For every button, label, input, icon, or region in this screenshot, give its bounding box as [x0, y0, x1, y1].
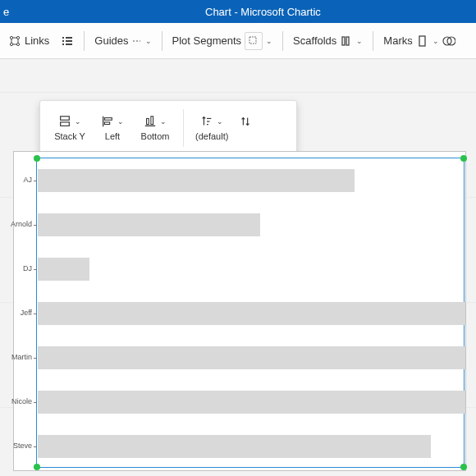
toolbar-sep-3	[282, 31, 283, 51]
bg-grid-line	[0, 92, 476, 93]
marks-extra-icon[interactable]	[442, 34, 455, 48]
scaffolds-dropdown[interactable]: ⌄	[356, 37, 363, 45]
panel-swap[interactable]	[233, 115, 258, 141]
axis-tick	[34, 314, 37, 314]
panel-sep	[183, 109, 184, 147]
panel-label-default: (default)	[195, 131, 228, 141]
sort-icon	[200, 115, 213, 128]
stack-y-icon	[58, 115, 71, 128]
bar-row: Arnold	[37, 213, 464, 236]
bar-label: AJ	[0, 176, 32, 184]
panel-label-stack-y: Stack Y	[54, 131, 85, 141]
plot-segment-panel[interactable]: ⌄ Stack Y ⌄ Left ⌄ Bottom	[39, 100, 297, 154]
toolbar-item-marks[interactable]: Marks ⌄	[380, 34, 458, 48]
toolbar-item-plot-segments[interactable]: Plot Segments ⌄	[169, 32, 277, 50]
bar-label: DJ	[0, 264, 32, 272]
toolbar-label-plot-segments: Plot Segments	[172, 34, 242, 47]
svg-rect-23	[151, 117, 153, 125]
toolbar-item-guides[interactable]: Guides ⌄	[91, 34, 154, 47]
toolbar-sep-4	[373, 31, 373, 51]
bar-label: Steve	[0, 442, 32, 450]
toolbar-label-links: Links	[25, 34, 49, 47]
bar[interactable]	[38, 391, 465, 414]
axis-tick	[34, 446, 37, 447]
svg-rect-17	[61, 122, 70, 126]
chevron-down-icon: ⌄	[75, 117, 81, 126]
list-icon	[61, 34, 74, 48]
plot-segments-dropdown[interactable]	[245, 32, 263, 50]
svg-rect-7	[66, 40, 72, 42]
svg-rect-12	[346, 37, 349, 45]
svg-rect-22	[147, 118, 149, 124]
svg-rect-10	[249, 37, 256, 43]
bar[interactable]	[38, 258, 89, 281]
svg-point-2	[10, 43, 12, 45]
bar[interactable]	[38, 346, 465, 369]
axis-tick	[34, 269, 37, 270]
chevron-down-icon[interactable]: ⌄	[266, 37, 272, 45]
toolbar-item-links[interactable]: Links	[5, 34, 53, 48]
toolbar-label-guides: Guides	[94, 34, 128, 47]
panel-stack-y[interactable]: ⌄ Stack Y	[48, 115, 91, 141]
bar-row: Steve	[37, 435, 464, 458]
bar-label: Martin	[0, 353, 32, 361]
title-bar: e Chart - Microsoft Chartic	[0, 0, 476, 23]
panel-left[interactable]: ⌄ Left	[91, 115, 134, 141]
svg-rect-11	[342, 37, 345, 45]
toolbar-item-scaffolds[interactable]: Scaffolds ⌄	[290, 34, 366, 48]
bar-row: Martin	[37, 346, 464, 369]
bar[interactable]	[38, 213, 260, 236]
app-title: Chart - Microsoft Chartic	[205, 6, 321, 18]
bar-label: Nicole	[0, 397, 32, 405]
panel-label-empty	[245, 131, 247, 141]
bar[interactable]	[38, 302, 465, 325]
align-left-icon	[101, 115, 114, 128]
bar[interactable]	[38, 435, 431, 458]
chevron-down-icon: ⌄	[117, 117, 124, 126]
swap-icon	[239, 115, 252, 128]
toolbar-item-list[interactable]	[57, 34, 77, 48]
toolbar-sep-2	[162, 31, 162, 51]
guides-dropdown[interactable]: ⌄	[132, 36, 152, 46]
panel-bottom[interactable]: ⌄ Bottom	[134, 115, 176, 141]
toolbar-label-marks: Marks	[383, 34, 412, 47]
toolbar-label-scaffolds: Scaffolds	[293, 34, 336, 47]
svg-rect-13	[419, 36, 425, 46]
links-icon	[8, 34, 21, 48]
bar-row: Jeff	[37, 302, 464, 325]
svg-rect-4	[62, 37, 64, 39]
svg-rect-19	[104, 118, 112, 121]
bars-container: AJArnoldDJJeffMartinNicoleSteve	[37, 158, 464, 467]
svg-point-0	[10, 36, 12, 39]
svg-rect-5	[66, 37, 72, 39]
svg-rect-8	[62, 43, 64, 45]
main-toolbar: Links Guides ⌄ Plot Segments ⌄ Scaffolds…	[0, 23, 476, 59]
panel-label-left: Left	[105, 131, 120, 141]
scaffolds-icon	[340, 34, 353, 48]
selection-rect[interactable]: AJArnoldDJJeffMartinNicoleSteve	[36, 158, 465, 468]
panel-label-bottom: Bottom	[141, 131, 170, 141]
bar-row: DJ	[37, 258, 464, 281]
svg-rect-6	[62, 40, 64, 42]
marks-dropdown[interactable]: ⌄	[433, 37, 439, 45]
axis-tick	[34, 358, 37, 359]
axis-tick	[34, 225, 37, 226]
svg-rect-20	[104, 122, 109, 125]
toolbar-sep-1	[84, 31, 85, 51]
bar-label: Jeff	[0, 309, 32, 317]
title-left-fragment: e	[3, 6, 9, 18]
bar-row: AJ	[37, 169, 464, 192]
bar-label: Arnold	[0, 220, 32, 228]
axis-tick	[34, 181, 37, 181]
bar-row: Nicole	[37, 391, 464, 414]
align-bottom-icon	[144, 115, 157, 128]
axis-tick	[34, 402, 37, 403]
svg-rect-9	[66, 43, 72, 45]
svg-rect-16	[61, 117, 70, 120]
bar[interactable]	[38, 169, 355, 192]
marks-rect-icon	[416, 34, 429, 48]
svg-point-1	[16, 36, 19, 39]
svg-point-3	[16, 43, 19, 45]
canvas[interactable]: ⌄ Stack Y ⌄ Left ⌄ Bottom	[0, 59, 476, 476]
panel-sort[interactable]: ⌄ (default)	[190, 115, 233, 141]
